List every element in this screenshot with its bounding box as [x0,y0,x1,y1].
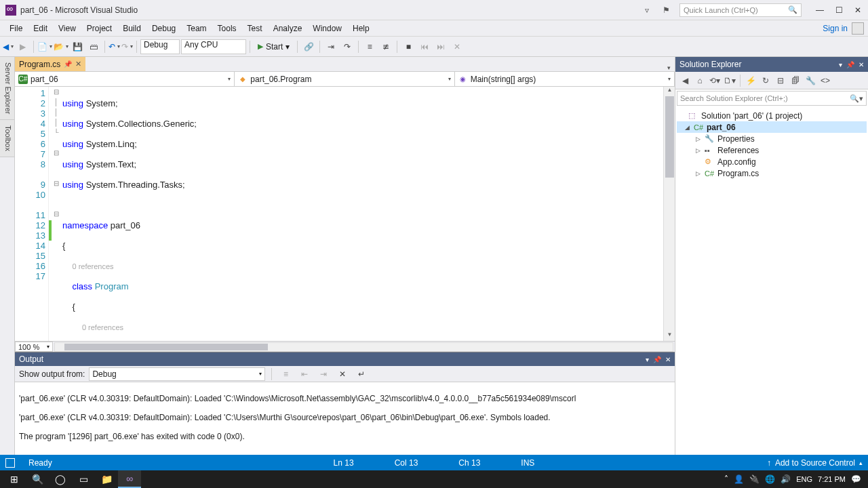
config-dropdown[interactable]: Debug [140,39,180,54]
tree-appconfig-node[interactable]: ⚙ App.config [677,156,867,167]
solution-search-input[interactable]: Search Solution Explorer (Ctrl+;) 🔍▾ [677,91,867,106]
editor-hscrollbar[interactable] [54,342,673,352]
fold-gutter[interactable]: ⊟│││└⊟⊟⊟ [52,87,61,341]
quick-launch-input[interactable]: Quick Launch (Ctrl+Q) 🔍 [679,3,802,17]
toolbox-tab[interactable]: Toolbox [0,120,14,157]
save-button[interactable]: 💾 [70,39,85,54]
output-header[interactable]: Output ▾ 📌 ✕ [15,352,675,366]
output-next-button[interactable]: ⇥ [316,367,331,382]
tree-solution-node[interactable]: ⬚ Solution 'part_06' (1 project) [677,110,867,121]
output-pin-icon[interactable]: 📌 [653,356,661,363]
editor-vscrollbar[interactable]: ▲ ▼ [663,87,675,341]
bookmark-button[interactable]: ■ [401,39,416,54]
tray-network-icon[interactable]: 🌐 [765,474,775,484]
output-source-dropdown[interactable]: Debug▾ [89,367,265,381]
save-all-button[interactable]: 🗃 [86,39,101,54]
output-text[interactable]: 'part_06.exe' (CLR v4.0.30319: DefaultDo… [15,382,675,461]
redo-button[interactable]: ↷▾ [121,42,133,52]
code-content[interactable]: using System; using System.Collections.G… [61,87,675,341]
start-button[interactable]: ⊞ [3,470,26,488]
menu-view[interactable]: View [53,22,81,35]
solution-explorer-header[interactable]: Solution Explorer ▾ 📌 ✕ [675,57,868,72]
tab-close-icon[interactable]: ✕ [75,60,81,68]
filter-icon[interactable]: ▿ [642,5,652,16]
file-explorer-button[interactable]: 📁 [95,470,118,488]
notifications-icon[interactable]: ⚑ [660,5,671,16]
clear-bookmarks-button[interactable]: ✕ [450,39,465,54]
start-button[interactable]: ▶ Start ▾ [254,39,294,54]
sol-refresh-button[interactable]: ↻ [759,74,772,87]
tree-programcs-node[interactable]: ▷C# Program.cs [677,167,867,179]
nav-project-dropdown[interactable]: C# part_06 ▾ [15,72,235,86]
menu-team[interactable]: Team [181,22,212,35]
sol-pending-button[interactable]: ⚡ [744,74,757,87]
menu-tools[interactable]: Tools [212,22,242,35]
output-wrap-button[interactable]: ↵ [354,367,369,382]
tree-properties-node[interactable]: ▷🔧 Properties [677,133,867,144]
editor-tab-program[interactable]: Program.cs 📌 ✕ [15,56,85,71]
zoom-dropdown[interactable]: 100 %▾ [15,342,53,352]
sol-pin-icon[interactable]: 📌 [846,61,854,68]
menu-help[interactable]: Help [347,22,375,35]
sol-close-icon[interactable]: ✕ [859,61,864,68]
menu-debug[interactable]: Debug [146,22,181,35]
uncomment-button[interactable]: ≢ [378,39,393,54]
output-clear-button[interactable]: ✕ [335,367,350,382]
output-close-icon[interactable]: ✕ [665,356,671,363]
tree-project-node[interactable]: ◢C# part_06 [677,121,867,133]
prev-bookmark-button[interactable]: ⏮ [417,39,432,54]
menu-window[interactable]: Window [307,22,347,35]
tray-time[interactable]: 7:21 PM [818,475,846,483]
close-button[interactable]: ✕ [853,5,863,15]
tray-up-icon[interactable]: ˄ [724,474,728,484]
sol-back-button[interactable]: ◀ [678,74,692,87]
tree-references-node[interactable]: ▷▪▪ References [677,144,867,156]
nav-back-button[interactable]: ◀▾ [3,42,14,52]
menu-analyze[interactable]: Analyze [268,22,308,35]
comment-button[interactable]: ≡ [362,39,377,54]
sol-collapse-button[interactable]: ⊟ [774,74,787,87]
menu-edit[interactable]: Edit [28,22,53,35]
tray-power-icon[interactable]: 🔌 [749,474,760,484]
search-button[interactable]: 🔍 [26,470,49,488]
nav-method-dropdown[interactable]: ◉ Main(string[] args) ▾ [455,72,675,86]
sol-home-button[interactable]: ⌂ [693,74,707,87]
server-explorer-tab[interactable]: Server Explorer [0,57,14,120]
step-over-button[interactable]: ↷ [340,39,355,54]
open-file-button[interactable]: 📂▾ [54,42,68,52]
tray-people-icon[interactable]: 👤 [734,474,744,484]
taskbar-app[interactable]: ▭ [72,470,95,488]
task-view-button[interactable]: ◯ [49,470,72,488]
minimize-button[interactable]: — [815,5,825,15]
menu-test[interactable]: Test [242,22,268,35]
nav-forward-button[interactable]: ▶ [15,39,30,54]
tray-volume-icon[interactable]: 🔊 [781,474,791,484]
sol-showall-button[interactable]: 🗐 [789,74,802,87]
output-find-button[interactable]: ≡ [278,367,293,382]
new-project-button[interactable]: 📄▾ [37,42,52,52]
sol-properties-button[interactable]: 🔧 [804,74,817,87]
tray-lang[interactable]: ENG [796,475,812,483]
code-editor[interactable]: 1234567891011121314151617 ⊟│││└⊟⊟⊟ using… [15,87,675,341]
menu-build[interactable]: Build [117,22,146,35]
step-into-button[interactable]: ⇥ [323,39,338,54]
sol-dropdown-icon[interactable]: ▾ [839,61,842,68]
sol-preview-button[interactable]: <> [818,74,832,87]
user-avatar-icon[interactable] [852,22,864,35]
sol-sync-button[interactable]: ⟲▾ [708,74,722,87]
tabs-overflow-button[interactable]: ▾ [663,64,675,71]
solution-tree[interactable]: ⬚ Solution 'part_06' (1 project) ◢C# par… [675,107,868,455]
signin-link[interactable]: Sign in [823,24,848,33]
menu-file[interactable]: File [4,22,28,35]
nav-class-dropdown[interactable]: ◆ part_06.Program ▾ [235,72,454,86]
output-dropdown-icon[interactable]: ▾ [646,356,649,363]
maximize-button[interactable]: ☐ [834,5,844,15]
sol-scope-button[interactable]: 🗋▾ [723,74,736,87]
undo-button[interactable]: ↶▾ [108,42,120,52]
browser-link-button[interactable]: 🔗 [301,39,316,54]
tray-notifications-icon[interactable]: 💬 [851,474,861,484]
output-prev-button[interactable]: ⇤ [297,367,312,382]
source-control-button[interactable]: Add to Source Control [775,458,855,468]
pin-icon[interactable]: 📌 [64,60,72,68]
next-bookmark-button[interactable]: ⏭ [433,39,448,54]
